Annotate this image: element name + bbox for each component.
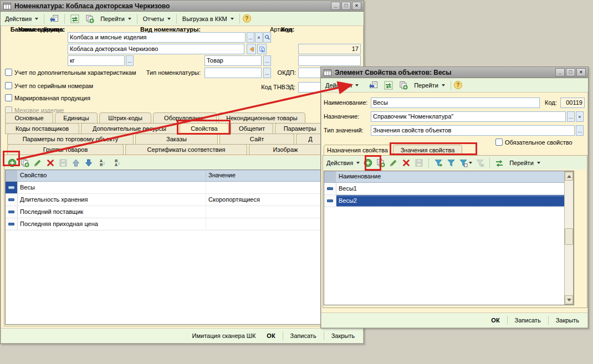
- dlg-purpose-field[interactable]: Справочник "Номенклатура": [371, 111, 566, 122]
- delete-value-button[interactable]: [401, 157, 412, 168]
- close-button[interactable]: ×: [576, 68, 586, 76]
- copy-button[interactable]: [396, 79, 411, 91]
- goto-menu-button[interactable]: Перейти: [98, 14, 134, 24]
- tab-dop-resursy[interactable]: Дополнительные ресурсы: [81, 123, 178, 134]
- table-row[interactable]: Последний поставщик: [6, 206, 358, 218]
- reports-menu-button[interactable]: Отчеты: [140, 14, 173, 24]
- scroll-up-button[interactable]: [565, 172, 573, 181]
- kind-ellipsis-button[interactable]: ...: [263, 55, 271, 66]
- kkm-export-menu-button[interactable]: Выгрузка в ККМ: [180, 14, 237, 24]
- copy-button[interactable]: [83, 13, 97, 25]
- tab-svojstva[interactable]: Свойства: [180, 123, 229, 134]
- tab-naznacheniya-svojstva[interactable]: Назначения свойства: [324, 145, 391, 156]
- save-button[interactable]: [366, 79, 381, 91]
- type-field[interactable]: [205, 68, 262, 78]
- group-clear-button[interactable]: ×: [255, 32, 263, 43]
- tab-sajt[interactable]: Сайт: [219, 134, 294, 145]
- reread-button[interactable]: [68, 13, 82, 25]
- dlg-purpose-clear-button[interactable]: ×: [576, 111, 584, 122]
- tab-shtrih-kody[interactable]: Штрих-коды: [99, 112, 151, 124]
- dlg-value-type-field[interactable]: Значения свойств объектов: [371, 125, 575, 136]
- article-field[interactable]: [298, 55, 361, 66]
- help-icon[interactable]: ?: [243, 14, 251, 23]
- barcode-scanner-imitation-button[interactable]: Имитация сканера ШК: [187, 330, 261, 341]
- tab-zakazy[interactable]: Заказы: [135, 134, 218, 145]
- kind-field[interactable]: Товар: [205, 55, 262, 66]
- table-row[interactable]: Последняя приходная цена: [6, 218, 358, 230]
- name-field[interactable]: Кобласа докторская Черкизово: [68, 44, 244, 54]
- move-down-button[interactable]: [83, 157, 94, 168]
- tab-parametry-torg[interactable]: Параметры по торговому объекту: [7, 134, 134, 145]
- table-row[interactable]: Весы: [6, 182, 358, 194]
- tab-obshepit[interactable]: Общепит: [231, 123, 273, 134]
- add-row-button[interactable]: [7, 157, 18, 168]
- tab-osnovnye[interactable]: Основные: [5, 112, 53, 124]
- tab-izobrazheniya[interactable]: Изображ: [249, 144, 322, 155]
- copy-row-button[interactable]: [19, 157, 30, 168]
- save-button[interactable]: [47, 13, 62, 25]
- group-field[interactable]: Колбаса и мясные изделия: [68, 32, 246, 43]
- column-header-name[interactable]: Наименование: [336, 171, 574, 182]
- filter-history-button[interactable]: [458, 157, 473, 168]
- actions-menu-button[interactable]: Действия: [325, 158, 361, 168]
- write-button[interactable]: Записать: [285, 330, 321, 341]
- ok-button[interactable]: ОК: [262, 330, 280, 341]
- set-filter-button[interactable]: [433, 157, 444, 168]
- goto-menu-button[interactable]: Перейти: [411, 80, 448, 90]
- dlg-value-type-ellipsis-button[interactable]: ...: [576, 125, 584, 136]
- ok-button[interactable]: ОК: [486, 315, 504, 326]
- close-button[interactable]: ×: [352, 2, 361, 10]
- tab-kody-postavshikov[interactable]: Коды поставщиков: [5, 123, 79, 134]
- column-header-property[interactable]: Свойство: [18, 170, 206, 181]
- dlg-purpose-ellipsis-button[interactable]: ...: [567, 111, 575, 122]
- extra-characteristics-checkbox[interactable]: [5, 69, 12, 76]
- base-unit-ellipsis-button[interactable]: ...: [126, 55, 134, 66]
- actions-menu-button[interactable]: Действия: [323, 80, 361, 90]
- sort-desc-button[interactable]: ЯА↓: [111, 157, 124, 168]
- goto-menu-button[interactable]: Перейти: [507, 158, 543, 168]
- group-search-button[interactable]: [263, 32, 271, 43]
- move-up-button[interactable]: [70, 157, 81, 168]
- name-history-button[interactable]: [247, 44, 256, 54]
- required-property-checkbox[interactable]: [495, 139, 503, 146]
- sort-asc-button[interactable]: АЯ↓: [96, 157, 109, 168]
- tab-sertifikaty[interactable]: Сертификаты соответствия: [125, 144, 247, 155]
- tab-parametry[interactable]: Параметры: [275, 123, 325, 134]
- edit-value-button[interactable]: [388, 157, 399, 168]
- tab-gruppy-tovarov[interactable]: Группы товаров: [7, 144, 124, 155]
- filter-by-value-button[interactable]: [446, 157, 457, 168]
- values-scrollbar[interactable]: [564, 171, 574, 305]
- maximize-button[interactable]: □: [566, 68, 575, 76]
- tab-znacheniya-svojstva[interactable]: Значения свойства: [393, 145, 462, 156]
- tab-oborudovanie[interactable]: Оборудование: [153, 112, 217, 124]
- actions-menu-button[interactable]: Действия: [2, 14, 41, 24]
- dialog-titlebar[interactable]: Элемент Свойства объектов: Весы _ □ ×: [321, 67, 588, 78]
- minimize-button[interactable]: _: [555, 68, 565, 76]
- dlg-name-field[interactable]: Весы: [371, 98, 540, 108]
- reread-button[interactable]: [381, 79, 396, 91]
- main-titlebar[interactable]: Номенклатура: Кобласа докторская Черкизо…: [1, 1, 364, 12]
- scroll-down-button[interactable]: [565, 295, 573, 304]
- help-icon[interactable]: ?: [454, 81, 462, 89]
- refresh-list-button[interactable]: [494, 157, 505, 168]
- table-row[interactable]: Весы1: [324, 183, 574, 195]
- table-row-selected[interactable]: Весы2: [324, 195, 574, 207]
- tab-nekondicionnye[interactable]: Некондиционные товары: [218, 112, 305, 124]
- delete-row-button[interactable]: [45, 157, 56, 168]
- serial-numbers-checkbox[interactable]: [5, 82, 12, 89]
- close-form-button[interactable]: Закрыть: [326, 330, 360, 341]
- maximize-button[interactable]: □: [341, 2, 351, 10]
- close-form-button[interactable]: Закрыть: [551, 315, 584, 326]
- table-row[interactable]: Длительность хранения Скоропортящиеся: [6, 194, 358, 206]
- marked-production-checkbox[interactable]: [5, 94, 12, 101]
- write-button[interactable]: Записать: [510, 315, 546, 326]
- copy-value-button[interactable]: [375, 157, 386, 168]
- add-value-button[interactable]: [362, 157, 374, 168]
- base-unit-field[interactable]: кг: [68, 55, 125, 66]
- edit-row-button[interactable]: [32, 157, 43, 168]
- tab-edinicy[interactable]: Единицы: [55, 112, 98, 124]
- scroll-thumb[interactable]: [565, 228, 573, 245]
- minimize-button[interactable]: _: [331, 2, 340, 10]
- name-languages-button[interactable]: [257, 44, 267, 54]
- group-ellipsis-button[interactable]: ...: [247, 32, 254, 43]
